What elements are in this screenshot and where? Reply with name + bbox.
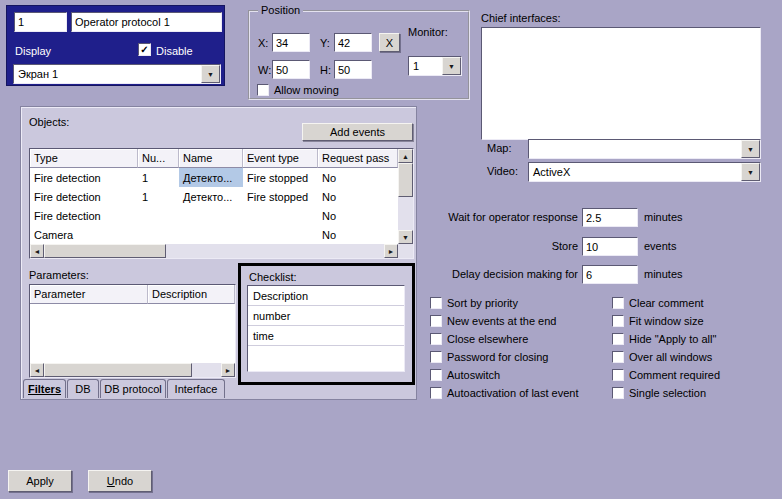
undo-button[interactable]: Undo <box>88 470 152 492</box>
chevron-down-icon[interactable]: ▼ <box>741 140 760 158</box>
option-label: Comment required <box>629 369 720 381</box>
position-group-title: Position <box>258 4 303 17</box>
option-label: Clear comment <box>629 297 704 309</box>
sort-by-priority-checkbox[interactable] <box>430 297 442 309</box>
name-field[interactable] <box>71 12 222 32</box>
new-events-at-end-checkbox[interactable] <box>430 315 442 327</box>
tab-db[interactable]: DB <box>67 379 99 398</box>
y-field[interactable] <box>334 33 372 52</box>
cell-number: 1 <box>138 168 179 187</box>
cell-event-type <box>243 225 318 244</box>
add-events-button[interactable]: Add events <box>302 123 413 141</box>
column-header-description[interactable]: Description <box>148 285 235 304</box>
scrollbar-thumb[interactable] <box>44 244 166 258</box>
scrollbar-thumb[interactable] <box>44 363 192 377</box>
tab-db-protocol[interactable]: DB protocol <box>100 379 166 398</box>
objects-table: Type Nu... Name Event type Request pass … <box>29 148 414 259</box>
cell-type: Fire detection <box>30 187 138 206</box>
comment-required-checkbox[interactable] <box>612 369 624 381</box>
display-select[interactable]: Экран 1 ▼ <box>13 64 221 84</box>
over-all-windows-checkbox[interactable] <box>612 351 624 363</box>
cell-name <box>179 225 243 244</box>
scrollbar-track[interactable] <box>166 244 384 258</box>
cell-event-type: Fire stopped <box>243 168 318 187</box>
delay-decision-field[interactable] <box>582 265 638 284</box>
list-item[interactable]: time <box>248 326 404 346</box>
store-unit: events <box>644 240 676 253</box>
fit-window-size-checkbox[interactable] <box>612 315 624 327</box>
option-label: Single selection <box>629 387 706 399</box>
chevron-down-icon[interactable]: ▼ <box>201 65 220 83</box>
tab-label: Filters <box>28 383 61 395</box>
h-field[interactable] <box>334 60 372 79</box>
cell-request-pass: No <box>318 225 398 244</box>
store-field[interactable] <box>582 237 638 256</box>
parameters-table-header: Parameter Description <box>30 285 235 304</box>
close-elsewhere-checkbox[interactable] <box>430 333 442 345</box>
cell-type: Fire detection <box>30 168 138 187</box>
column-header-event-type[interactable]: Event type <box>243 149 318 168</box>
hide-apply-to-all-checkbox[interactable] <box>612 333 624 345</box>
parameters-hscrollbar[interactable]: ◄ ► <box>30 363 235 377</box>
column-header-request-pass[interactable]: Request pass <box>318 149 398 168</box>
scrollbar-track[interactable] <box>398 197 413 230</box>
monitor-select[interactable]: 1 ▼ <box>408 56 462 76</box>
operator-protocol-settings-window: Display ✓ Disable Экран 1 ▼ Position X: … <box>0 0 782 499</box>
option-label: Sort by priority <box>447 297 518 309</box>
option-label: Autoswitch <box>447 369 500 381</box>
objects-hscrollbar[interactable]: ◄ ► <box>30 244 413 258</box>
single-selection-checkbox[interactable] <box>612 387 624 399</box>
cell-number <box>138 206 179 225</box>
scrollbar-track[interactable] <box>192 363 221 377</box>
reset-position-button[interactable]: X <box>379 33 400 52</box>
wait-response-field[interactable] <box>582 208 638 227</box>
chevron-down-icon[interactable]: ▼ <box>442 57 461 75</box>
tab-interface[interactable]: Interface <box>167 379 225 398</box>
parameters-table: Parameter Description ◄ ► <box>29 284 236 378</box>
scrollbar-corner <box>398 244 413 258</box>
column-header-parameter[interactable]: Parameter <box>30 285 148 304</box>
column-header-number[interactable]: Nu... <box>138 149 179 168</box>
chief-interfaces-listbox[interactable] <box>481 27 761 140</box>
scroll-right-icon[interactable]: ► <box>221 363 235 377</box>
column-header-type[interactable]: Type <box>30 149 138 168</box>
column-header-name[interactable]: Name <box>179 149 243 168</box>
wait-response-unit: minutes <box>644 211 683 224</box>
undo-button-label: Undo <box>107 475 133 487</box>
map-select[interactable]: ▼ <box>528 139 761 159</box>
table-row[interactable]: Fire detection 1 Детекто... Fire stopped… <box>30 187 398 206</box>
cell-number: 1 <box>138 187 179 206</box>
scroll-left-icon[interactable]: ◄ <box>30 244 44 258</box>
scroll-down-icon[interactable]: ▼ <box>398 230 413 244</box>
h-label: H: <box>320 64 331 77</box>
autoactivation-last-event-checkbox[interactable] <box>430 387 442 399</box>
table-row[interactable]: Fire detection 1 Детекто... Fire stopped… <box>30 168 398 187</box>
objects-label: Objects: <box>29 116 69 129</box>
list-item[interactable]: Description <box>248 286 404 306</box>
x-field[interactable] <box>272 33 310 52</box>
list-item[interactable]: number <box>248 306 404 326</box>
scroll-right-icon[interactable]: ► <box>384 244 398 258</box>
id-field[interactable] <box>14 12 67 32</box>
table-row[interactable]: Fire detection No <box>30 206 398 225</box>
clear-comment-checkbox[interactable] <box>612 297 624 309</box>
chief-interfaces-label: Chief interfaces: <box>481 12 560 25</box>
tab-filters[interactable]: Filters <box>23 379 66 398</box>
apply-button[interactable]: Apply <box>8 470 72 492</box>
scrollbar-thumb[interactable] <box>398 163 413 197</box>
scroll-up-icon[interactable]: ▲ <box>398 149 413 163</box>
chevron-down-icon[interactable]: ▼ <box>741 163 760 181</box>
objects-vscrollbar[interactable]: ▲ ▼ <box>398 149 413 244</box>
cell-event-type: Fire stopped <box>243 187 318 206</box>
allow-moving-checkbox[interactable] <box>257 84 269 96</box>
video-select[interactable]: ActiveX ▼ <box>528 162 761 182</box>
scroll-left-icon[interactable]: ◄ <box>30 363 44 377</box>
autoswitch-checkbox[interactable] <box>430 369 442 381</box>
parameters-table-body[interactable] <box>30 304 235 363</box>
table-row[interactable]: Camera No <box>30 225 398 244</box>
identity-panel: Display ✓ Disable Экран 1 ▼ <box>6 5 225 86</box>
disable-checkbox[interactable]: ✓ <box>138 43 151 56</box>
w-field[interactable] <box>272 60 310 79</box>
password-for-closing-checkbox[interactable] <box>430 351 442 363</box>
map-label: Map: <box>487 142 511 155</box>
